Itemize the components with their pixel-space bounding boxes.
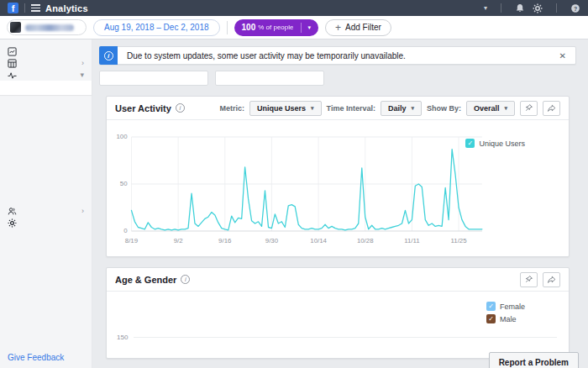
- sidebar-item-settings[interactable]: [0, 217, 92, 229]
- sidebar-item-overview[interactable]: [0, 45, 92, 57]
- sidebar-item-lifetime-value[interactable]: [0, 189, 92, 201]
- give-feedback-link[interactable]: Give Feedback: [8, 353, 64, 362]
- show-by-dropdown[interactable]: Overall▾: [466, 101, 515, 116]
- topbar-divider: [501, 3, 501, 13]
- app-title: Analytics: [45, 3, 88, 13]
- svg-text:?: ?: [574, 5, 577, 11]
- age-gender-card: Age & Gender i ✓Female✓Male 150: [106, 267, 570, 359]
- app-selector[interactable]: [7, 19, 87, 35]
- settings-gear-icon[interactable]: [533, 3, 543, 13]
- stat-cards: [99, 71, 576, 86]
- activity-icon: [8, 71, 17, 80]
- plus-icon: +: [335, 23, 341, 33]
- x-axis-tick: 9/16: [218, 237, 232, 244]
- percent-of-people-dropdown[interactable]: 100 % of people ▾: [234, 19, 318, 36]
- settings-icon: [8, 218, 17, 228]
- menu-icon[interactable]: [31, 3, 40, 13]
- share-icon[interactable]: [543, 272, 560, 287]
- age-gender-chart: ✓Female✓Male 150: [107, 291, 569, 358]
- user-activity-card: User Activity i Metric: Unique Users▾ Ti…: [106, 96, 570, 257]
- sidebar-item-dashboards[interactable]: ›: [0, 57, 92, 69]
- y-axis-tick: 0: [123, 227, 128, 234]
- info-icon[interactable]: i: [181, 275, 190, 284]
- topbar: f Analytics ▾ ?: [0, 0, 588, 16]
- sidebar-item-breakdowns[interactable]: [0, 130, 92, 142]
- sidebar-item-activity[interactable]: ▾: [0, 69, 92, 81]
- sidebar-item-funnels[interactable]: [0, 95, 92, 107]
- x-axis-tick: 9/30: [265, 237, 279, 244]
- close-icon[interactable]: ✕: [559, 51, 575, 60]
- filter-toolbar: Aug 19, 2018 – Dec 2, 2018 100 % of peop…: [0, 16, 588, 39]
- legend-checkbox-icon[interactable]: ✓: [486, 314, 496, 323]
- chevron-right-icon: ›: [81, 208, 84, 215]
- time-interval-dropdown[interactable]: Daily▾: [381, 101, 422, 116]
- analytics-app: f Analytics ▾ ? Aug 19, 2018 – Dec 2, 20…: [0, 0, 588, 368]
- info-icon[interactable]: i: [176, 103, 185, 113]
- facebook-logo-icon[interactable]: f: [8, 3, 18, 13]
- chevron-down-icon: ▾: [308, 24, 312, 31]
- stat-card-new-users: [215, 71, 324, 86]
- pin-icon[interactable]: [520, 272, 538, 287]
- legend-checkbox-icon[interactable]: ✓: [486, 302, 496, 311]
- sidebar-item-cohorts[interactable]: [0, 118, 92, 130]
- sidebar-item-percentiles[interactable]: [0, 154, 92, 166]
- stat-card-unique-users: [99, 71, 208, 86]
- sidebar-item-journeys[interactable]: [0, 142, 92, 154]
- x-axis-tick: 11/11: [404, 237, 420, 244]
- add-filter-button[interactable]: + Add Filter: [325, 19, 391, 36]
- y-axis-tick: 100: [116, 133, 128, 140]
- sidebar-item-overlap[interactable]: [0, 177, 92, 189]
- legend-item-unique-users: ✓Unique Users: [465, 139, 525, 148]
- sidebar-item-active-users[interactable]: [0, 81, 92, 95]
- user-activity-chart: 8/199/29/169/3010/1410/2811/1111/2505010…: [107, 119, 569, 256]
- x-axis-tick: 10/28: [357, 237, 374, 244]
- dashboards-icon: [8, 59, 17, 68]
- unique-users-line: [131, 150, 481, 230]
- card-title: User Activity: [115, 103, 171, 113]
- x-axis-tick: 8/19: [125, 237, 139, 244]
- main-content: i Due to system updates, some user activ…: [92, 39, 588, 368]
- chevron-down-icon: ▾: [80, 71, 84, 79]
- notifications-bell-icon[interactable]: [515, 3, 525, 13]
- gridline: [134, 337, 557, 338]
- chevron-right-icon: ›: [81, 60, 84, 67]
- x-axis-tick: 9/2: [174, 237, 183, 244]
- sidebar-item-events[interactable]: [0, 166, 92, 177]
- legend-item-female: ✓Female: [486, 302, 525, 311]
- people-icon: [8, 207, 17, 216]
- report-a-problem-button[interactable]: Report a Problem: [489, 352, 579, 368]
- app-thumbnail: [10, 22, 21, 33]
- legend-item-male: ✓Male: [486, 314, 525, 323]
- chevron-down-icon: ▾: [411, 105, 414, 112]
- legend-checkbox-icon[interactable]: ✓: [465, 139, 475, 148]
- banner-message: Due to system updates, some user activit…: [118, 51, 415, 60]
- x-axis-tick: 11/25: [451, 237, 468, 244]
- system-notice-banner: i Due to system updates, some user activ…: [99, 46, 576, 65]
- topbar-divider: [24, 3, 25, 13]
- x-axis-tick: 10/14: [310, 237, 327, 244]
- chevron-down-icon: ▾: [504, 105, 507, 112]
- dropdown-caret-icon[interactable]: ▾: [484, 4, 487, 12]
- y-axis-tick: 150: [117, 334, 128, 341]
- sidebar: ›▾› Give Feedback: [0, 39, 92, 368]
- topbar-divider: [556, 3, 557, 13]
- sidebar-item-retention[interactable]: [0, 107, 92, 118]
- app-name-redacted: [25, 24, 74, 31]
- help-icon[interactable]: ?: [570, 3, 580, 13]
- info-icon: i: [99, 46, 118, 65]
- card-title: Age & Gender: [115, 275, 176, 285]
- overview-icon: [8, 47, 17, 56]
- share-icon[interactable]: [543, 101, 560, 116]
- toolbar-divider: [227, 21, 228, 34]
- sidebar-item-people[interactable]: ›: [0, 205, 92, 217]
- date-range-picker[interactable]: Aug 19, 2018 – Dec 2, 2018: [93, 19, 220, 36]
- metric-dropdown[interactable]: Unique Users▾: [249, 101, 322, 116]
- chevron-down-icon: ▾: [311, 105, 314, 112]
- y-axis-tick: 50: [120, 180, 128, 187]
- pin-icon[interactable]: [520, 101, 538, 116]
